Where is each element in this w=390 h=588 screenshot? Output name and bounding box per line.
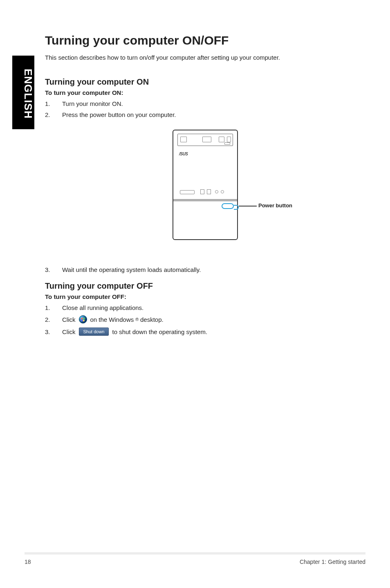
- page-footer: 18 Chapter 1: Getting started: [25, 553, 365, 565]
- step-text-pre: Click: [62, 316, 76, 323]
- step-body: Click on the Windows® desktop.: [62, 315, 164, 323]
- step-text: Turn your monitor ON.: [62, 100, 123, 107]
- step-number: 2.: [45, 316, 62, 323]
- chapter-label: Chapter 1: Getting started: [300, 559, 365, 565]
- step-text: Wait until the operating system loads au…: [62, 266, 201, 273]
- step-number: 3.: [45, 266, 62, 273]
- list-item: 1. Close all running applications.: [45, 304, 365, 311]
- audio-jack-icon: [221, 190, 224, 193]
- step-text: Close all running applications.: [62, 304, 143, 311]
- eject-slot-icon: [224, 142, 230, 145]
- compact-icon: [227, 137, 231, 142]
- power-button-callout: [222, 203, 234, 209]
- usb-port-icon: [200, 189, 204, 194]
- step-number: 1.: [45, 100, 62, 107]
- asus-logo: /SUS: [179, 152, 188, 156]
- step-text-post: to shut down the operating system.: [112, 328, 207, 335]
- audio-jack-icon: [215, 190, 218, 193]
- front-io-panel: [177, 188, 233, 197]
- page-title: Turning your computer ON/OFF: [45, 34, 365, 47]
- turn-off-steps: 1. Close all running applications. 2. Cl…: [45, 304, 365, 336]
- windows-start-orb-icon: [79, 315, 87, 323]
- intro-text: This section describes how to turn on/of…: [45, 54, 365, 61]
- step-text: Press the power button on your computer.: [62, 111, 176, 118]
- step-body: Click Shut down to shut down the operati…: [62, 328, 207, 336]
- power-button-label: Power button: [258, 202, 292, 209]
- tower-front: /SUS Power button: [173, 130, 238, 240]
- step-text-pre: Click: [62, 328, 76, 335]
- badge-icon: [180, 137, 187, 142]
- subhead-turn-on: To turn your computer ON:: [45, 89, 365, 96]
- turn-on-steps: 1. Turn your monitor ON. 2. Press the po…: [45, 100, 365, 118]
- heading-turn-off: Turning your computer OFF: [45, 281, 365, 291]
- list-item: 2. Click on the Windows® desktop.: [45, 315, 365, 323]
- usb-port-icon: [207, 189, 211, 194]
- step-number: 3.: [45, 328, 62, 335]
- step-number: 1.: [45, 304, 62, 311]
- page-number: 18: [25, 559, 31, 565]
- heading-turn-on: Turning your computer ON: [45, 77, 365, 87]
- vent-lines: [173, 199, 237, 202]
- step-text-post-b: desktop.: [140, 316, 164, 323]
- shutdown-button-graphic: Shut down: [79, 328, 109, 336]
- computer-diagram: /SUS Power button: [45, 130, 365, 242]
- subhead-turn-off: To turn your computer OFF:: [45, 293, 365, 300]
- turn-on-steps-cont: 3. Wait until the operating system loads…: [45, 266, 365, 273]
- bluray-icon: [202, 137, 211, 142]
- card-reader-icon: [180, 190, 195, 194]
- list-item: 1. Turn your monitor ON.: [45, 100, 365, 107]
- list-item: 3. Wait until the operating system loads…: [45, 266, 365, 273]
- optical-drive-panel: [177, 134, 233, 146]
- step-text-post-a: on the Windows: [90, 316, 134, 323]
- list-item: 3. Click Shut down to shut down the oper…: [45, 328, 365, 336]
- step-number: 2.: [45, 111, 62, 118]
- list-item: 2. Press the power button on your comput…: [45, 111, 365, 118]
- language-tab: ENGLISH: [12, 56, 34, 129]
- disc-icon: [219, 137, 224, 142]
- callout-leader-line: [239, 206, 257, 206]
- footer-rule: [25, 553, 365, 553]
- registered-mark: ®: [135, 317, 139, 322]
